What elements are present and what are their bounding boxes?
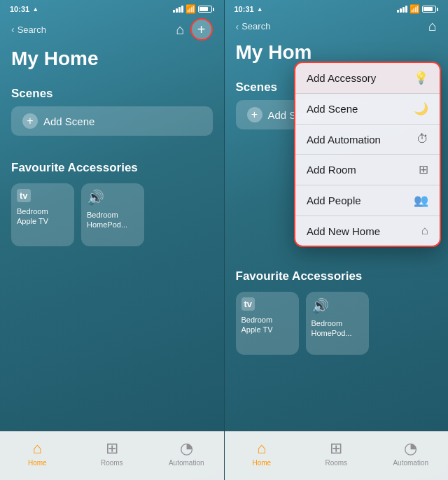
automation-tab-label-right: Automation (393, 459, 428, 467)
automation-tab-label-left: Automation (169, 459, 204, 467)
signal-icon-left (173, 6, 183, 13)
accessory-tile-appletv-left[interactable]: tv BedroomApple TV (11, 183, 74, 246)
status-bar-left: 10:31 ▲ 📶 (0, 0, 224, 15)
search-label-right[interactable]: Search (241, 21, 270, 31)
signal-icon-right (397, 6, 407, 13)
scenes-label-left: Scenes (0, 78, 224, 106)
add-new-home-icon: ⌂ (421, 224, 428, 238)
rooms-tab-icon-right: ⊞ (330, 439, 342, 458)
wifi-icon-left: 📶 (186, 4, 196, 14)
left-screen: 10:31 ▲ 📶 ‹ Search ⌂ (0, 0, 224, 480)
add-new-home-label: Add New Home (307, 225, 380, 237)
dropdown-add-accessory[interactable]: Add Accessory 💡 (295, 63, 440, 94)
add-room-icon: ⊞ (419, 162, 428, 177)
rooms-tab-label-left: Rooms (101, 459, 123, 467)
automation-tab-icon-right: ◔ (404, 439, 417, 458)
add-automation-icon: ⏱ (416, 132, 428, 146)
tab-bar-right: ⌂ Home ⊞ Rooms ◔ Automation (225, 431, 449, 480)
home-tab-icon-right: ⌂ (257, 439, 266, 458)
accessory-tile-homepod-right[interactable]: 🔊 BedroomHomePod... (306, 292, 369, 355)
home-icon-nav-left: ⌂ (176, 22, 184, 38)
tab-rooms-left[interactable]: ⊞ Rooms (75, 432, 150, 480)
add-people-icon: 👥 (414, 193, 428, 208)
add-scene-label-left: Add Scene (43, 115, 94, 127)
dropdown-add-people[interactable]: Add People 👥 (295, 185, 440, 216)
accessories-section-right: Favourite Accessories tv BedroomApple TV… (225, 261, 449, 358)
nav-bar-left: ‹ Search ⌂ + (0, 15, 224, 45)
appletv-icon-left: tv (17, 189, 31, 202)
add-scene-menu-label: Add Scene (307, 103, 358, 115)
add-scene-plus-icon-right: + (247, 107, 262, 122)
accessory-tile-appletv-right[interactable]: tv BedroomApple TV (236, 292, 299, 355)
accessories-label-right: Favourite Accessories (225, 261, 449, 289)
homepod-label-right: BedroomHomePod... (312, 318, 352, 339)
add-scene-icon: 🌙 (414, 101, 428, 116)
home-tab-icon-left: ⌂ (33, 439, 42, 458)
dropdown-add-new-home[interactable]: Add New Home ⌂ (295, 216, 440, 246)
add-scene-plus-icon-left: + (22, 113, 38, 129)
page-title-left: My Home (0, 45, 224, 78)
plus-icon-left: + (197, 22, 206, 36)
battery-icon-right (422, 6, 438, 13)
search-right[interactable]: ‹ Search (236, 21, 271, 32)
dropdown-add-scene[interactable]: Add Scene 🌙 (295, 94, 440, 125)
appletv-label-left: BedroomApple TV (17, 206, 48, 227)
search-left[interactable]: ‹ Search (11, 24, 46, 35)
tab-home-right[interactable]: ⌂ Home (225, 432, 300, 480)
add-accessory-icon: 💡 (414, 71, 428, 85)
location-icon-right: ▲ (257, 6, 263, 13)
time-right: 10:31 (234, 5, 254, 13)
right-screen: 10:31 ▲ 📶 ‹ Search ⌂ My Hom (225, 0, 449, 480)
add-automation-label: Add Automation (307, 134, 381, 146)
search-label-left[interactable]: Search (18, 24, 46, 35)
add-button-left[interactable]: + (190, 18, 213, 41)
add-accessory-label: Add Accessory (307, 72, 376, 84)
wifi-icon-right: 📶 (410, 4, 420, 14)
appletv-label-right: BedroomApple TV (241, 315, 273, 335)
rooms-tab-label-right: Rooms (325, 459, 347, 467)
accessory-tile-homepod-left[interactable]: 🔊 BedroomHomePod... (81, 183, 144, 246)
dropdown-add-automation[interactable]: Add Automation ⏱ (295, 125, 440, 155)
tab-rooms-right[interactable]: ⊞ Rooms (299, 432, 374, 480)
home-tab-label-left: Home (28, 459, 47, 467)
add-scene-button-left[interactable]: + Add Scene (11, 106, 213, 136)
appletv-icon-right: tv (241, 297, 255, 311)
rooms-tab-icon-left: ⊞ (106, 439, 118, 458)
chevron-left-icon-right: ‹ (236, 21, 239, 32)
home-icon-nav-right: ⌂ (428, 18, 437, 34)
dropdown-menu: Add Accessory 💡 Add Scene 🌙 Add Automati… (294, 62, 441, 247)
accessories-grid-left: tv BedroomApple TV 🔊 BedroomHomePod... (0, 181, 224, 249)
dropdown-add-room[interactable]: Add Room ⊞ (295, 155, 440, 185)
accessories-label-left: Favourite Accessories (0, 153, 224, 181)
tab-bar-left: ⌂ Home ⊞ Rooms ◔ Automation (0, 431, 224, 480)
chevron-left-icon: ‹ (11, 24, 15, 35)
automation-tab-icon-left: ◔ (180, 439, 193, 458)
homepod-label-left: BedroomHomePod... (87, 210, 127, 230)
tab-home-left[interactable]: ⌂ Home (0, 432, 75, 480)
home-tab-label-right: Home (252, 459, 271, 467)
location-icon-left: ▲ (32, 6, 38, 13)
add-room-label: Add Room (307, 164, 356, 176)
tab-automation-left[interactable]: ◔ Automation (149, 432, 224, 480)
homepod-icon-right: 🔊 (312, 297, 329, 314)
battery-icon-left (198, 6, 214, 13)
homepod-icon-left: 🔊 (87, 189, 104, 206)
tab-automation-right[interactable]: ◔ Automation (374, 432, 449, 480)
add-people-label: Add People (307, 195, 361, 206)
time-left: 10:31 (10, 5, 29, 13)
nav-bar-right: ‹ Search ⌂ (225, 15, 449, 38)
scenes-section-left: Scenes + Add Scene (0, 78, 224, 136)
status-bar-right: 10:31 ▲ 📶 (225, 0, 449, 15)
accessories-grid-right: tv BedroomApple TV 🔊 BedroomHomePod... (225, 289, 449, 358)
accessories-section-left: Favourite Accessories tv BedroomApple TV… (0, 153, 224, 249)
